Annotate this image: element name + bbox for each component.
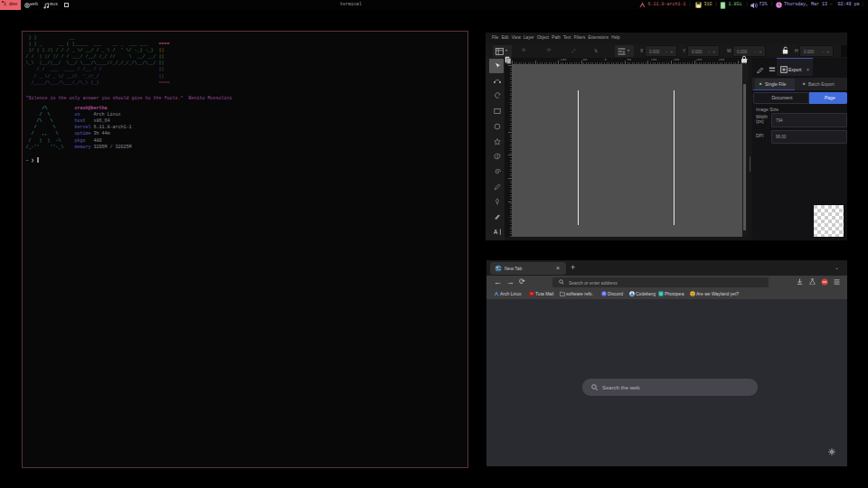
svg-text:A: A	[494, 229, 498, 235]
